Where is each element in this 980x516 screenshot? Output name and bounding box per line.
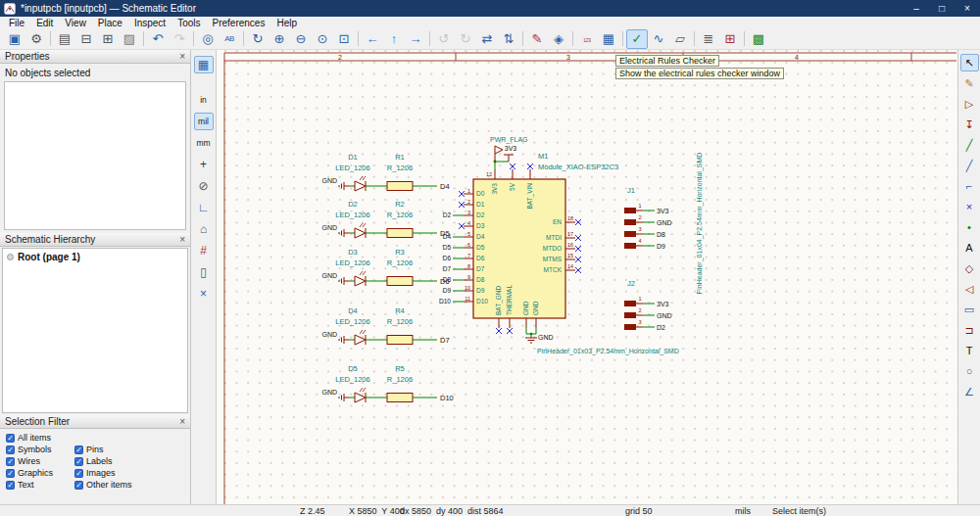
resistor-symbol[interactable] — [387, 182, 413, 191]
module-xiao-esp32c3[interactable]: M1Module_XIAO-ESP32C31D02D13D2D24D35D4D4… — [439, 152, 618, 334]
power-flag[interactable]: PWR_FLAG3V3 — [490, 136, 528, 169]
menu-help[interactable]: Help — [270, 18, 303, 28]
component-value[interactable]: R_1206 — [387, 164, 413, 172]
grid-settings-button[interactable]: ▦ — [194, 56, 214, 73]
component-ref[interactable]: D1 — [348, 153, 358, 162]
measure-tool-button[interactable]: ∠ — [960, 383, 979, 400]
power-label[interactable]: GND — [321, 389, 337, 396]
component-value[interactable]: LED_1206 — [335, 258, 369, 267]
navigate-forward-button[interactable]: → — [405, 29, 426, 49]
pin-number[interactable]: 6 — [467, 242, 470, 248]
net-label[interactable]: D8 — [443, 276, 452, 283]
pin-number[interactable]: 3 — [638, 319, 641, 325]
component-value[interactable]: Module_XIAO-ESP32C3 — [538, 163, 618, 171]
power-flag-label[interactable]: PWR_FLAG — [490, 136, 528, 144]
pin-number[interactable]: 4 — [467, 220, 470, 226]
checkbox-icon[interactable]: ✓ — [74, 446, 83, 454]
hidden-pins-button[interactable]: ⊘ — [194, 177, 214, 195]
hierarchical-label-tool-button[interactable]: ◁ — [960, 280, 979, 298]
draw-bus-tool-button[interactable]: ╱ — [960, 157, 979, 174]
pin-name[interactable]: D8 — [476, 276, 485, 283]
pin-number[interactable]: 1 — [638, 203, 641, 209]
component-value[interactable]: LED_1206 — [335, 375, 369, 384]
component-value[interactable]: R_1206 — [387, 317, 413, 326]
pin-number[interactable]: 11 — [465, 296, 470, 302]
component-value[interactable]: R_1206 — [387, 375, 413, 384]
pin-name[interactable]: 5V — [509, 182, 515, 191]
net-label[interactable]: 3V3 — [657, 208, 669, 214]
text-tool-button[interactable]: T — [960, 342, 979, 359]
component-ref[interactable]: R5 — [395, 364, 405, 373]
close-icon[interactable]: × — [179, 51, 185, 62]
units-mm-button[interactable]: mm — [194, 134, 214, 152]
properties-panel-toggle-button[interactable]: ▯ — [194, 263, 214, 281]
pin-number[interactable]: 17 — [567, 231, 573, 237]
filter-option-all-items[interactable]: ✓All items — [6, 433, 184, 443]
pin-number[interactable]: 5 — [467, 231, 470, 237]
menu-inspect[interactable]: Inspect — [128, 18, 172, 28]
minimize-button[interactable]: – — [904, 0, 929, 17]
checkbox-icon[interactable]: ✓ — [74, 457, 83, 466]
filter-option-labels[interactable]: ✓Labels — [74, 456, 184, 466]
power-label[interactable]: GND — [321, 331, 337, 338]
footprint-label[interactable]: PinHeader_01x04_P2.54mm_Horizontal_SMD — [696, 153, 704, 295]
component-value[interactable]: R_1206 — [387, 211, 413, 219]
component-ref[interactable]: D2 — [348, 200, 358, 209]
navigate-up-button[interactable]: ↑ — [383, 29, 405, 49]
checkbox-icon[interactable]: ✓ — [6, 457, 15, 466]
filter-option-wires[interactable]: ✓Wires — [6, 456, 71, 466]
pin-number[interactable]: 2 — [467, 199, 470, 205]
pin-name[interactable]: D9 — [476, 287, 485, 294]
checkbox-icon[interactable]: ✓ — [6, 434, 15, 443]
no-connect-tool-button[interactable]: × — [960, 198, 979, 215]
pin-name[interactable]: GND — [522, 301, 529, 315]
sheet-column-label[interactable]: 3 — [566, 54, 570, 61]
pin-name[interactable]: 3V3 — [491, 183, 498, 195]
pin-name[interactable]: D4 — [476, 233, 485, 240]
net-label[interactable]: 3V3 — [657, 301, 669, 307]
pin-name[interactable]: THERMAL — [506, 285, 513, 315]
checkbox-icon[interactable]: ✓ — [74, 481, 83, 490]
symbol-fields-table-button[interactable]: ≣ — [698, 29, 719, 49]
led-arrow[interactable] — [363, 330, 366, 334]
connector-pad[interactable] — [624, 219, 636, 225]
place-power-port-tool-button[interactable]: ↧ — [960, 116, 979, 133]
checkbox-icon[interactable]: ✓ — [6, 481, 15, 490]
refresh-view-button[interactable]: ↻ — [247, 29, 269, 49]
net-label[interactable]: GND — [657, 219, 672, 226]
net-label[interactable]: D10 — [440, 394, 454, 402]
sheet-column-label[interactable]: 4 — [795, 54, 799, 61]
menu-preferences[interactable]: Preferences — [206, 18, 270, 28]
pin-number[interactable]: 8 — [467, 263, 470, 269]
connector-pad[interactable] — [624, 231, 636, 237]
pin-number[interactable]: 1 — [638, 296, 641, 302]
highlight-net-tool-button[interactable]: ✎ — [960, 74, 979, 92]
led-arrow[interactable] — [360, 176, 363, 180]
undo-button[interactable]: ↶ — [147, 29, 169, 49]
component-ref[interactable]: R2 — [395, 200, 405, 209]
close-icon[interactable]: × — [179, 416, 185, 427]
resistor-symbol[interactable] — [387, 394, 413, 402]
connector-pad[interactable] — [624, 243, 636, 249]
diode-resistor-row[interactable]: D4LED_1206R4R_1206GNDD7 — [321, 306, 449, 345]
pin-number[interactable]: 2 — [638, 214, 641, 220]
place-symbol-tool-button[interactable]: ▷ — [960, 95, 979, 113]
page-settings-button[interactable]: ▤ — [54, 29, 75, 49]
symbol-editor-button[interactable]: ✎ — [526, 29, 548, 49]
net-label-tool-button[interactable]: A — [960, 239, 979, 257]
pin-name[interactable]: D5 — [476, 244, 485, 251]
delete-tool-button[interactable]: × — [194, 285, 214, 303]
pin-name[interactable]: BAT_VIN — [526, 183, 534, 210]
footprint-label[interactable]: PinHeader_01x03_P2.54mm_Horizontal_SMD — [537, 348, 679, 355]
hierarchical-sheet-tool-button[interactable]: ▭ — [960, 301, 979, 318]
net-label[interactable]: D6 — [443, 255, 452, 261]
close-icon[interactable]: × — [179, 234, 185, 245]
ground[interactable]: GND — [525, 328, 554, 343]
component-value[interactable]: R_1206 — [387, 258, 413, 267]
filter-option-images[interactable]: ✓Images — [74, 468, 184, 478]
pin-name[interactable]: GND — [532, 301, 539, 315]
filter-option-graphics[interactable]: ✓Graphics — [6, 468, 71, 478]
power-label[interactable]: 3V3 — [505, 145, 517, 152]
connector-pad[interactable] — [624, 301, 636, 306]
led-arrow[interactable] — [363, 271, 366, 275]
